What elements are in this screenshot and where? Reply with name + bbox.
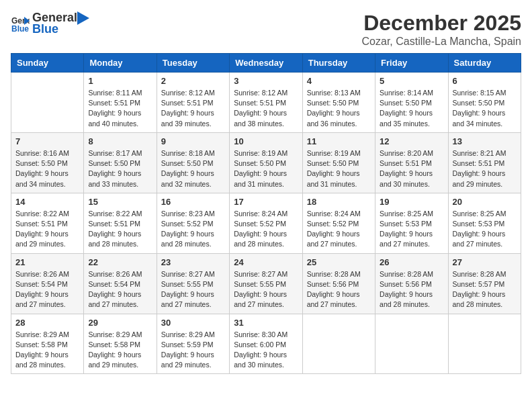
calendar-cell: 5Sunrise: 8:14 AM Sunset: 5:50 PM Daylig… — [375, 73, 448, 133]
calendar-cell: 16Sunrise: 8:23 AM Sunset: 5:52 PM Dayli… — [157, 193, 229, 253]
cell-info: Sunrise: 8:28 AM Sunset: 5:56 PM Dayligh… — [380, 269, 443, 310]
day-number: 9 — [161, 136, 225, 146]
header: General Blue General Blue December 2025 … — [11, 11, 521, 48]
calendar-cell: 30Sunrise: 8:29 AM Sunset: 5:59 PM Dayli… — [157, 314, 229, 374]
weekday-header-row: SundayMondayTuesdayWednesdayThursdayFrid… — [11, 54, 521, 73]
location-title: Cozar, Castille-La Mancha, Spain — [362, 36, 521, 48]
cell-info: Sunrise: 8:19 AM Sunset: 5:50 PM Dayligh… — [307, 148, 371, 189]
week-row-4: 28Sunrise: 8:29 AM Sunset: 5:58 PM Dayli… — [11, 314, 521, 374]
day-number: 1 — [88, 76, 152, 86]
cell-info: Sunrise: 8:24 AM Sunset: 5:52 PM Dayligh… — [307, 209, 371, 250]
weekday-header-sunday: Sunday — [11, 54, 84, 73]
day-number: 29 — [88, 318, 152, 328]
calendar-cell: 21Sunrise: 8:26 AM Sunset: 5:54 PM Dayli… — [11, 253, 84, 314]
calendar-cell: 26Sunrise: 8:28 AM Sunset: 5:56 PM Dayli… — [375, 253, 448, 314]
calendar-cell: 22Sunrise: 8:26 AM Sunset: 5:54 PM Dayli… — [84, 253, 157, 314]
calendar-cell: 23Sunrise: 8:27 AM Sunset: 5:55 PM Dayli… — [157, 253, 229, 314]
cell-info: Sunrise: 8:25 AM Sunset: 5:53 PM Dayligh… — [453, 209, 517, 250]
cell-info: Sunrise: 8:21 AM Sunset: 5:51 PM Dayligh… — [453, 148, 517, 189]
day-number: 8 — [88, 136, 152, 146]
cell-info: Sunrise: 8:29 AM Sunset: 5:58 PM Dayligh… — [15, 330, 79, 371]
cell-info: Sunrise: 8:12 AM Sunset: 5:51 PM Dayligh… — [161, 88, 225, 129]
cell-info: Sunrise: 8:26 AM Sunset: 5:54 PM Dayligh… — [15, 269, 79, 310]
day-number: 5 — [380, 76, 443, 86]
day-number: 22 — [88, 257, 152, 267]
day-number: 12 — [380, 136, 443, 146]
day-number: 21 — [15, 257, 79, 267]
cell-info: Sunrise: 8:27 AM Sunset: 5:55 PM Dayligh… — [161, 269, 225, 310]
week-row-3: 21Sunrise: 8:26 AM Sunset: 5:54 PM Dayli… — [11, 253, 521, 314]
calendar-cell: 27Sunrise: 8:28 AM Sunset: 5:57 PM Dayli… — [448, 253, 521, 314]
week-row-1: 7Sunrise: 8:16 AM Sunset: 5:50 PM Daylig… — [11, 132, 521, 193]
day-number: 28 — [15, 318, 79, 328]
calendar-cell — [375, 314, 448, 374]
cell-info: Sunrise: 8:13 AM Sunset: 5:50 PM Dayligh… — [307, 88, 371, 129]
cell-info: Sunrise: 8:24 AM Sunset: 5:52 PM Dayligh… — [234, 209, 298, 250]
weekday-header-thursday: Thursday — [302, 54, 375, 73]
day-number: 31 — [234, 318, 298, 328]
calendar-cell: 9Sunrise: 8:18 AM Sunset: 5:50 PM Daylig… — [157, 132, 229, 193]
logo-icon: General Blue — [11, 14, 30, 33]
cell-info: Sunrise: 8:30 AM Sunset: 6:00 PM Dayligh… — [234, 330, 298, 371]
weekday-header-wednesday: Wednesday — [230, 54, 302, 73]
title-area: December 2025 Cozar, Castille-La Mancha,… — [362, 11, 521, 48]
day-number: 23 — [161, 257, 225, 267]
cell-info: Sunrise: 8:25 AM Sunset: 5:53 PM Dayligh… — [380, 209, 443, 250]
calendar-cell: 11Sunrise: 8:19 AM Sunset: 5:50 PM Dayli… — [302, 132, 375, 193]
cell-info: Sunrise: 8:15 AM Sunset: 5:50 PM Dayligh… — [453, 88, 517, 129]
day-number: 6 — [453, 76, 517, 86]
day-number: 18 — [307, 197, 371, 207]
calendar-cell: 8Sunrise: 8:17 AM Sunset: 5:50 PM Daylig… — [84, 132, 157, 193]
cell-info: Sunrise: 8:29 AM Sunset: 5:58 PM Dayligh… — [88, 330, 152, 371]
cell-info: Sunrise: 8:26 AM Sunset: 5:54 PM Dayligh… — [88, 269, 152, 310]
cell-info: Sunrise: 8:29 AM Sunset: 5:59 PM Dayligh… — [161, 330, 225, 371]
day-number: 17 — [234, 197, 298, 207]
day-number: 10 — [234, 136, 298, 146]
cell-info: Sunrise: 8:23 AM Sunset: 5:52 PM Dayligh… — [161, 209, 225, 250]
day-number: 16 — [161, 197, 225, 207]
cell-info: Sunrise: 8:28 AM Sunset: 5:56 PM Dayligh… — [307, 269, 371, 310]
day-number: 30 — [161, 318, 225, 328]
day-number: 24 — [234, 257, 298, 267]
calendar-cell: 31Sunrise: 8:30 AM Sunset: 6:00 PM Dayli… — [230, 314, 302, 374]
day-number: 3 — [234, 76, 298, 86]
cell-info: Sunrise: 8:17 AM Sunset: 5:50 PM Dayligh… — [88, 148, 152, 189]
day-number: 7 — [15, 136, 79, 146]
calendar-cell: 17Sunrise: 8:24 AM Sunset: 5:52 PM Dayli… — [230, 193, 302, 253]
weekday-header-saturday: Saturday — [448, 54, 521, 73]
calendar-cell: 7Sunrise: 8:16 AM Sunset: 5:50 PM Daylig… — [11, 132, 84, 193]
calendar-cell: 25Sunrise: 8:28 AM Sunset: 5:56 PM Dayli… — [302, 253, 375, 314]
day-number: 13 — [453, 136, 517, 146]
calendar-cell: 29Sunrise: 8:29 AM Sunset: 5:58 PM Dayli… — [84, 314, 157, 374]
cell-info: Sunrise: 8:14 AM Sunset: 5:50 PM Dayligh… — [380, 88, 443, 129]
calendar-table: SundayMondayTuesdayWednesdayThursdayFrid… — [11, 53, 521, 374]
svg-marker-3 — [77, 11, 89, 25]
cell-info: Sunrise: 8:11 AM Sunset: 5:51 PM Dayligh… — [88, 88, 152, 129]
calendar-cell: 14Sunrise: 8:22 AM Sunset: 5:51 PM Dayli… — [11, 193, 84, 253]
weekday-header-friday: Friday — [375, 54, 448, 73]
calendar-cell: 6Sunrise: 8:15 AM Sunset: 5:50 PM Daylig… — [448, 73, 521, 133]
cell-info: Sunrise: 8:12 AM Sunset: 5:51 PM Dayligh… — [234, 88, 298, 129]
month-title: December 2025 — [362, 11, 521, 36]
cell-info: Sunrise: 8:22 AM Sunset: 5:51 PM Dayligh… — [88, 209, 152, 250]
day-number: 14 — [15, 197, 79, 207]
day-number: 26 — [380, 257, 443, 267]
calendar-cell — [11, 73, 84, 133]
calendar-cell: 3Sunrise: 8:12 AM Sunset: 5:51 PM Daylig… — [230, 73, 302, 133]
cell-info: Sunrise: 8:20 AM Sunset: 5:51 PM Dayligh… — [380, 148, 443, 189]
logo-arrow-icon — [77, 11, 89, 25]
cell-info: Sunrise: 8:27 AM Sunset: 5:55 PM Dayligh… — [234, 269, 298, 310]
calendar-cell: 28Sunrise: 8:29 AM Sunset: 5:58 PM Dayli… — [11, 314, 84, 374]
day-number: 27 — [453, 257, 517, 267]
cell-info: Sunrise: 8:28 AM Sunset: 5:57 PM Dayligh… — [453, 269, 517, 310]
cell-info: Sunrise: 8:18 AM Sunset: 5:50 PM Dayligh… — [161, 148, 225, 189]
calendar-cell: 13Sunrise: 8:21 AM Sunset: 5:51 PM Dayli… — [448, 132, 521, 193]
calendar-cell: 24Sunrise: 8:27 AM Sunset: 5:55 PM Dayli… — [230, 253, 302, 314]
calendar-cell: 4Sunrise: 8:13 AM Sunset: 5:50 PM Daylig… — [302, 73, 375, 133]
day-number: 20 — [453, 197, 517, 207]
calendar-cell: 20Sunrise: 8:25 AM Sunset: 5:53 PM Dayli… — [448, 193, 521, 253]
svg-text:Blue: Blue — [11, 24, 29, 33]
calendar-cell: 15Sunrise: 8:22 AM Sunset: 5:51 PM Dayli… — [84, 193, 157, 253]
day-number: 11 — [307, 136, 371, 146]
day-number: 4 — [307, 76, 371, 86]
